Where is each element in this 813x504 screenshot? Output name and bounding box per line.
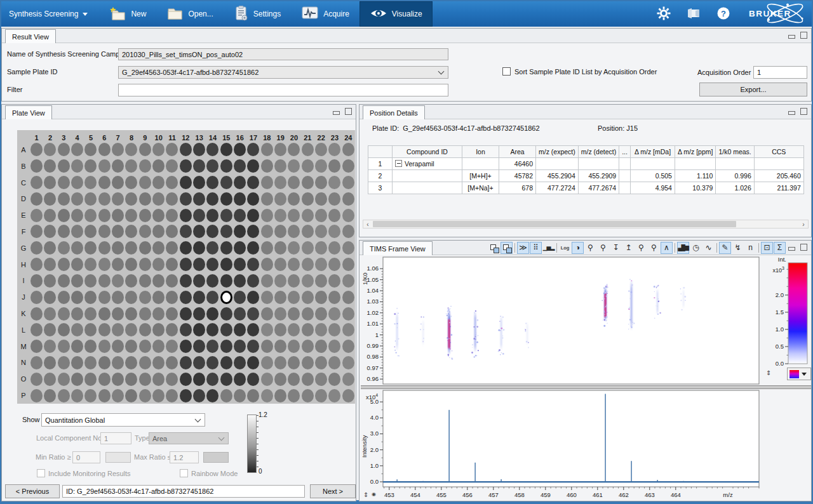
well-cell-E18[interactable] [260, 207, 274, 223]
well-O15[interactable] [220, 373, 232, 386]
well-cell-A5[interactable] [84, 142, 97, 158]
statistics-bars-icon[interactable]: ▄█▆ [677, 242, 689, 254]
next-button[interactable]: Next > [310, 484, 356, 498]
well-cell-L20[interactable] [287, 322, 300, 338]
well-cell-P15[interactable] [220, 387, 233, 404]
well-cell-A7[interactable] [111, 142, 124, 158]
well-F9[interactable] [139, 225, 151, 238]
well-cell-J3[interactable] [57, 289, 71, 305]
well-O5[interactable] [84, 373, 97, 386]
well-O17[interactable] [247, 373, 259, 386]
well-B17[interactable] [247, 159, 259, 173]
well-cell-I9[interactable] [138, 273, 152, 289]
well-cell-D3[interactable] [57, 190, 71, 207]
well-P10[interactable] [152, 389, 165, 402]
well-I20[interactable] [288, 274, 300, 288]
well-A23[interactable] [328, 143, 340, 156]
well-cell-D14[interactable] [206, 190, 219, 207]
max-ratio-field[interactable]: 1.2 [170, 451, 199, 463]
well-cell-N7[interactable] [111, 355, 124, 371]
annotate-pencil-icon[interactable]: ✎ [719, 242, 731, 254]
well-H14[interactable] [206, 258, 218, 271]
well-cell-F20[interactable] [287, 223, 300, 240]
well-G11[interactable] [166, 241, 178, 255]
horizontal-scrollbar[interactable]: ‹ › [363, 220, 809, 229]
well-A4[interactable] [71, 143, 83, 156]
well-cell-A3[interactable] [57, 142, 71, 158]
well-I4[interactable] [71, 274, 83, 288]
minimize-icon[interactable] [333, 111, 340, 115]
well-cell-K24[interactable] [342, 305, 355, 322]
well-E6[interactable] [98, 209, 111, 222]
well-J14[interactable] [206, 291, 218, 304]
well-G4[interactable] [71, 241, 83, 255]
well-L5[interactable] [84, 323, 97, 336]
well-H15[interactable] [220, 258, 232, 271]
well-O7[interactable] [112, 373, 124, 386]
well-cell-E8[interactable] [124, 207, 138, 223]
well-E1[interactable] [30, 209, 43, 222]
well-E12[interactable] [180, 209, 192, 222]
max-ratio-color-swatch[interactable] [203, 452, 229, 463]
spectrum-axis-lock-icon[interactable]: ◉ [372, 491, 376, 497]
well-B8[interactable] [125, 159, 137, 173]
well-J6[interactable] [98, 291, 111, 304]
well-J12[interactable] [180, 291, 192, 304]
well-H9[interactable] [139, 258, 151, 271]
well-L1[interactable] [30, 323, 43, 336]
column-header[interactable]: CCS [754, 146, 803, 158]
well-cell-I2[interactable] [43, 273, 57, 289]
well-M21[interactable] [302, 340, 314, 353]
well-cell-B24[interactable] [342, 158, 355, 175]
well-cell-H4[interactable] [71, 256, 84, 273]
well-O10[interactable] [152, 373, 165, 386]
scroll-left-icon[interactable]: ‹ [363, 220, 372, 228]
well-K14[interactable] [206, 307, 218, 321]
well-cell-G16[interactable] [233, 240, 246, 256]
cursor-arrow-icon[interactable]: ≫ [517, 242, 529, 254]
well-cell-M22[interactable] [314, 338, 328, 355]
well-cell-J18[interactable] [260, 289, 274, 305]
well-cell-K14[interactable] [206, 305, 219, 322]
well-G19[interactable] [274, 241, 286, 255]
well-K9[interactable] [139, 307, 151, 321]
well-A6[interactable] [98, 143, 111, 156]
well-C23[interactable] [328, 176, 340, 189]
well-cell-K7[interactable] [111, 305, 124, 322]
well-cell-P3[interactable] [57, 387, 71, 404]
scrollbar-thumb[interactable] [373, 221, 736, 227]
well-B10[interactable] [152, 159, 165, 173]
well-cell-O8[interactable] [124, 371, 138, 387]
well-cell-G13[interactable] [192, 240, 206, 256]
chart-panel-icon[interactable]: ⊡ [761, 242, 773, 254]
well-F11[interactable] [166, 225, 178, 238]
well-H3[interactable] [58, 258, 70, 271]
well-N22[interactable] [315, 356, 327, 369]
well-cell-D8[interactable] [124, 190, 138, 207]
filter-input[interactable] [118, 84, 448, 96]
well-cell-H7[interactable] [111, 256, 124, 273]
well-cell-B2[interactable] [43, 158, 57, 175]
well-I23[interactable] [328, 274, 340, 288]
well-cell-I14[interactable] [206, 273, 219, 289]
well-cell-B3[interactable] [57, 158, 71, 175]
well-F14[interactable] [206, 225, 218, 238]
well-cell-I11[interactable] [165, 273, 178, 289]
well-L22[interactable] [315, 323, 327, 336]
well-cell-L23[interactable] [328, 322, 341, 338]
maximize-icon[interactable] [345, 108, 352, 115]
well-cell-O15[interactable] [220, 371, 233, 387]
well-M24[interactable] [342, 340, 354, 353]
well-N1[interactable] [30, 356, 43, 369]
well-cell-E11[interactable] [165, 207, 178, 223]
well-J22[interactable] [315, 291, 327, 304]
well-cell-I19[interactable] [274, 273, 287, 289]
well-O2[interactable] [44, 373, 56, 386]
include-monitoring-checkbox[interactable] [37, 469, 45, 477]
well-cell-D7[interactable] [111, 190, 124, 207]
well-cell-B7[interactable] [111, 158, 124, 175]
well-cell-N20[interactable] [287, 355, 300, 371]
well-cell-E1[interactable] [30, 207, 43, 223]
well-F5[interactable] [84, 225, 97, 238]
well-B11[interactable] [166, 159, 178, 173]
